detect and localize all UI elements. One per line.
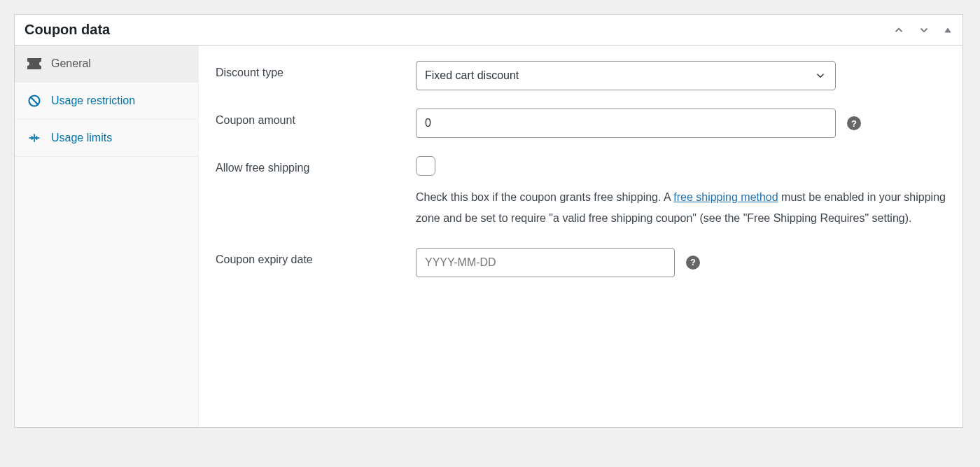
field-label: Coupon amount (216, 109, 416, 127)
panel-toggle-icon[interactable] (943, 25, 953, 35)
discount-type-select[interactable]: Fixed cart discount (416, 61, 836, 90)
sidebar-item-usage-limits[interactable]: Usage limits (15, 120, 198, 157)
sidebar-item-label: Usage restriction (51, 92, 135, 109)
free-shipping-description: Check this box if the coupon grants free… (416, 187, 946, 230)
panel-move-up-icon[interactable] (892, 24, 905, 36)
help-icon[interactable]: ? (686, 256, 700, 270)
contract-icon (27, 131, 41, 145)
free-shipping-method-link[interactable]: free shipping method (673, 191, 778, 203)
svg-line-2 (31, 97, 38, 105)
field-free-shipping: Allow free shipping Check this box if th… (216, 156, 946, 230)
select-value: Fixed cart discount (425, 67, 519, 84)
ban-icon (27, 94, 41, 108)
panel-actions (892, 24, 953, 36)
coupon-data-panel: Coupon data General (14, 14, 963, 428)
field-expiry-date: Coupon expiry date ? (216, 248, 946, 277)
free-shipping-checkbox[interactable] (416, 156, 435, 176)
sidebar-item-usage-restriction[interactable]: Usage restriction (15, 83, 198, 120)
svg-marker-0 (944, 27, 951, 32)
field-label: Allow free shipping (216, 156, 416, 174)
panel-move-down-icon[interactable] (918, 24, 930, 36)
ticket-icon (27, 57, 41, 71)
coupon-amount-input[interactable] (416, 109, 836, 138)
panel-title: Coupon data (24, 22, 110, 38)
sidebar: General Usage restriction (15, 46, 199, 427)
panel-body: General Usage restriction (15, 46, 962, 427)
sidebar-item-label: Usage limits (51, 130, 112, 146)
panel-header: Coupon data (15, 15, 962, 46)
expiry-date-input[interactable] (416, 248, 675, 277)
field-label: Discount type (216, 61, 416, 79)
content-general: Discount type Fixed cart discount Coupon… (199, 46, 962, 427)
chevron-down-icon (814, 69, 827, 82)
field-coupon-amount: Coupon amount ? (216, 109, 946, 138)
help-icon[interactable]: ? (847, 116, 861, 130)
field-discount-type: Discount type Fixed cart discount (216, 61, 946, 90)
sidebar-item-general[interactable]: General (15, 46, 198, 83)
desc-text-before: Check this box if the coupon grants free… (416, 191, 673, 203)
field-label: Coupon expiry date (216, 248, 416, 266)
sidebar-item-label: General (51, 55, 91, 72)
